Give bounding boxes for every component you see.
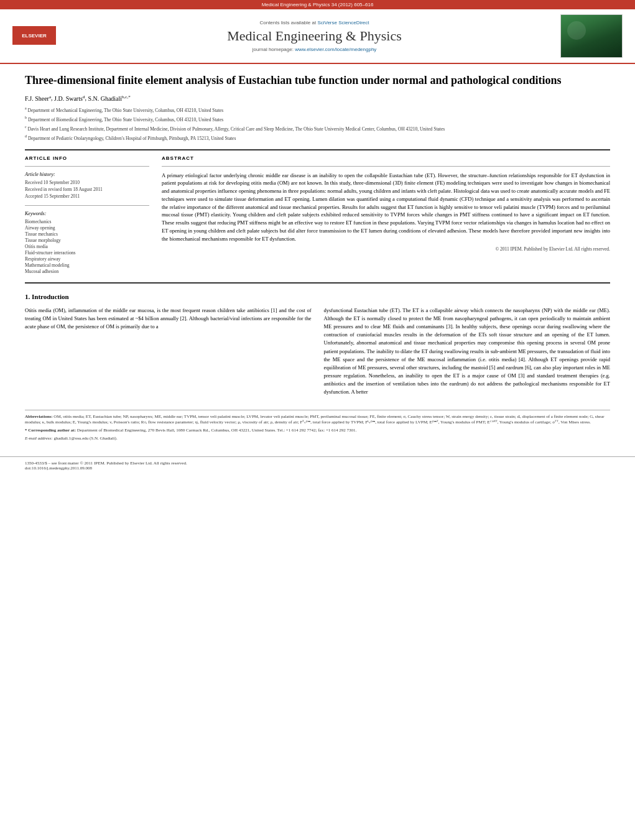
elsevier-wordmark: ELSEVIER [12,26,56,45]
keyword-mathematical: Mathematical modeling [25,262,149,268]
history-accepted: Accepted 15 September 2011 [25,193,149,199]
affiliation-a: a Department of Mechanical Engineering, … [25,106,610,114]
keyword-fluid-structure: Fluid-structure interactions [25,250,149,256]
homepage-url[interactable]: www.elsevier.com/locate/medengphy [295,47,376,52]
history-label: Article history: [25,172,149,177]
author-1-sup: a [49,94,51,99]
intro-right-text: dysfunctional Eustachian tube (ET). The … [324,307,611,397]
cover-thumbnail [561,15,622,57]
keyword-biomechanics: Biomechanics [25,219,149,224]
author-3-sup: b,c,* [122,94,131,99]
affiliation-b: b Department of Biomedical Engineering, … [25,115,610,123]
intro-col-left: Otitis media (OM), inflammation of the m… [25,307,312,400]
abstract-divider [162,166,610,167]
intro-para-1: Otitis media (OM), inflammation of the m… [25,307,312,331]
abbreviations-content: OM, otitis media; ET, Eustachian tube; N… [25,414,605,425]
author-2-sup: d [83,94,85,99]
history-revised: Received in revised form 18 August 2011 [25,187,149,192]
article-info-label: ARTICLE INFO [25,155,149,161]
elsevier-logo: ELSEVIER [12,26,68,46]
homepage-label: journal homepage: [253,47,295,52]
keyword-otitis-media: Otitis media [25,244,149,249]
sciverse-line: Contents lists available at SciVerse Sci… [68,20,560,25]
journal-homepage: journal homepage: www.elsevier.com/locat… [68,47,560,52]
abstract-column: ABSTRACT A primary etiological factor un… [162,155,610,275]
copyright-line: © 2011 IPEM. Published by Elsevier Ltd. … [162,246,610,252]
paper-title: Three-dimensional finite element analysi… [25,73,610,88]
article-info-column: ARTICLE INFO Article history: Received 1… [25,155,149,275]
sciverse-link[interactable]: SciVerse ScienceDirect [317,20,369,25]
keyword-tissue-mechanics: Tissue mechanics [25,231,149,237]
introduction-columns: Otitis media (OM), inflammation of the m… [25,307,610,400]
corresponding-text: * Corresponding author at: Department of… [25,428,610,434]
history-received: Received 10 September 2010 [25,180,149,185]
elsevier-text: ELSEVIER [22,33,47,39]
corresponding-label: * Corresponding author at: [25,428,76,433]
keywords-section: Keywords: Biomechanics Airway opening Ti… [25,205,149,274]
article-info-divider [25,166,149,167]
journal-citation-bar: Medical Engineering & Physics 34 (2012) … [0,0,635,9]
email-label: E-mail address: [25,436,53,441]
journal-header: ELSEVIER Contents lists available at Sci… [0,9,635,64]
keywords-label: Keywords: [25,211,149,216]
keywords-divider [25,205,149,206]
main-content: Three-dimensional finite element analysi… [0,64,635,450]
keyword-tissue-morphology: Tissue morphology [25,238,149,243]
header-divider [25,149,610,150]
affiliation-c: c Davis Heart and Lung Research Institut… [25,124,610,132]
abbreviations-label: Abbreviations: [25,414,53,419]
keyword-respiratory: Respiratory airway [25,256,149,262]
author-3: S.N. Ghadialib,c,* [88,95,130,102]
intro-left-text: Otitis media (OM), inflammation of the m… [25,307,312,331]
article-info-abstract-section: ARTICLE INFO Article history: Received 1… [25,155,610,275]
journal-title: Medical Engineering & Physics [68,28,560,44]
introduction-heading: 1. Introduction [25,293,610,300]
email-text: E-mail address: ghadiali.1@osu.edu (S.N.… [25,436,610,442]
doi-text: doi:10.1016/j.medengphy.2011.09.008 [25,466,610,471]
affiliation-d: d Department of Pediatric Otolaryngology… [25,134,610,142]
affiliations: a Department of Mechanical Engineering, … [25,106,610,142]
keyword-airway: Airway opening [25,225,149,231]
abstract-text: A primary etiological factor underlying … [162,172,610,243]
abstract-label: ABSTRACT [162,155,610,161]
journal-cover-image [560,14,623,58]
intro-para-2: dysfunctional Eustachian tube (ET). The … [324,307,611,397]
footnotes-area: Abbreviations: OM, otitis media; ET, Eus… [25,410,610,442]
intro-col-right: dysfunctional Eustachian tube (ET). The … [324,307,611,400]
abbreviations-text: Abbreviations: OM, otitis media; ET, Eus… [25,414,610,427]
authors-line: F.J. Sheera, J.D. Swartsd, S.N. Ghadiali… [25,94,610,101]
sciverse-text: Contents lists available at [259,20,317,25]
bottom-bar: 1350-4533/$ – see front matter © 2011 IP… [0,456,635,474]
corresponding-content: Department of Biomedical Engineering, 27… [77,428,357,433]
section-divider [25,282,610,284]
introduction-section: 1. Introduction Otitis media (OM), infla… [25,293,610,400]
elsevier-logo-area: ELSEVIER [12,26,68,46]
journal-citation-text: Medical Engineering & Physics 34 (2012) … [262,2,374,7]
keyword-mucosal: Mucosal adhesion [25,269,149,274]
author-1: F.J. Sheera [25,95,51,102]
journal-title-area: Contents lists available at SciVerse Sci… [68,20,560,52]
email-content: ghadiali.1@osu.edu (S.N. Ghadiali). [53,436,117,441]
issn-text: 1350-4533/$ – see front matter © 2011 IP… [25,461,610,466]
author-2: J.D. Swartsd [54,95,85,102]
